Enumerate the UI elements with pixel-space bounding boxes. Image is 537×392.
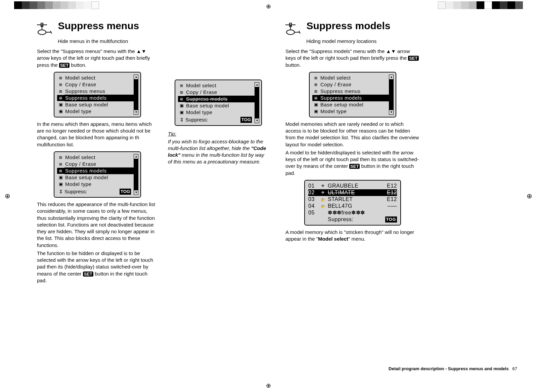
t: menu in the multi-function list by way o… (168, 152, 264, 164)
model-num: 02 (308, 189, 318, 196)
menu-item: Copy / Erase (185, 89, 259, 96)
plane-heli-icon (37, 22, 52, 38)
registration-mark-left: ⊕ (5, 192, 10, 200)
menu-item: Copy / Erase (320, 81, 393, 88)
model-name: GRAUBELE (328, 182, 382, 190)
menu-item: Copy / Erase (64, 161, 138, 167)
model-num: 05 (308, 209, 318, 216)
model-ext: E12 (382, 182, 397, 190)
t: Select the "Suppress models" menu with t… (285, 48, 386, 54)
t: arrow keys of the left or right touch pa… (37, 55, 150, 67)
scrollbar: ▴▾ (255, 82, 259, 123)
tip-body: If you wish to forgo access-blockage to … (168, 138, 269, 165)
p-right-4: A model memory which is "stricken throug… (285, 229, 420, 243)
model-ext: E12 (382, 189, 397, 196)
subtitle-left: Hide menus in the multifunction (58, 38, 269, 44)
menu-item-selected: Suppress models (64, 95, 138, 101)
set-badge: SET (408, 56, 418, 61)
page-number: 67 (512, 366, 517, 371)
t: Select the "Suppress menus" menu with th… (37, 48, 136, 54)
menu-item: Base setup model (320, 101, 393, 108)
suppress-label: Suppress: (64, 188, 120, 195)
menu-item: Base setup model (64, 101, 138, 108)
col-left-2: ≣Model select ≣Copy / Erase ≣Suppress mo… (168, 47, 269, 284)
menu-item: Model select (64, 75, 138, 81)
tog-badge: TOG (385, 216, 397, 223)
p-left-1: Select the "Suppress menus" menu with th… (37, 48, 158, 68)
page-footer: Detail program description - Suppress me… (389, 366, 517, 371)
registration-mark-right: ⊕ (527, 192, 532, 200)
model-name-struck: ULTIMATE (328, 189, 382, 196)
heli-icon: 🚁 (318, 203, 328, 209)
menu-item: Model type (185, 109, 259, 116)
color-bar-top-left (14, 1, 99, 9)
p-left-3: This reduces the appearance of the multi… (37, 201, 158, 249)
page-right: Suppress models Hiding model memory loca… (285, 20, 517, 373)
set-badge: SET (83, 272, 93, 277)
model-num: 04 (308, 202, 318, 210)
lcd-menu-4: ≣Model select ≣Copy / Erase ≣Suppress me… (309, 72, 396, 117)
p-left-4: The function to be hidden or displayed i… (37, 250, 158, 284)
menu-item: Model type (64, 181, 138, 188)
model-free: ✽✽✽free✽✽✽ (328, 209, 382, 216)
menu-item: Suppress menus (64, 88, 138, 95)
set-badge: SET (59, 63, 70, 68)
t: If you wish to forgo access-blockage to … (168, 139, 263, 151)
menu-item: Base setup model (185, 102, 259, 109)
col-left-1: Select the "Suppress menus" menu with th… (37, 47, 158, 284)
suppress-label: Suppress: (328, 216, 385, 223)
plane-heli-icon (285, 22, 301, 38)
model-name: BELL47G (328, 202, 382, 210)
suppress-label: Suppress: (185, 116, 240, 123)
color-bar-top-right (438, 1, 523, 9)
p-right-3: A model to be hidden/displayed is select… (285, 149, 420, 177)
scrollbar: ▴▾ (134, 154, 138, 195)
lcd-menu-3: ≣Model select ≣Copy / Erase ≣Suppress mo… (175, 80, 262, 126)
p-left-2: In the menu which then appears, menu ite… (37, 121, 158, 148)
menu-item: Model type (320, 108, 393, 115)
plane-icon: ✈ (318, 183, 328, 189)
menu-item: Model select (185, 82, 259, 89)
subtitle-right: Hiding model memory locations (306, 38, 517, 44)
tog-badge: TOG (240, 117, 252, 123)
section-header-left: Suppress menus Hide menus in the multifu… (37, 20, 269, 44)
lcd-menu-1: ≣Model select ≣Copy / Erase ≣Suppress me… (54, 72, 141, 117)
registration-mark-top: ⊕ (266, 3, 271, 10)
registration-mark-bottom: ⊕ (266, 382, 271, 389)
plane-icon: ✈ (318, 190, 328, 196)
heli-icon: 🚁 (318, 196, 328, 202)
t: button. (285, 62, 301, 68)
t: " menu. (348, 236, 365, 242)
menu-item: Model select (64, 154, 138, 161)
menu-item-selected: Suppress models (320, 95, 393, 101)
model-ext: E12 (382, 196, 397, 203)
set-badge: SET (349, 164, 360, 169)
menu-item: Suppress menus (320, 88, 393, 95)
menu-item-selected: Suppress models (64, 167, 138, 174)
title-right: Suppress models (306, 20, 390, 32)
lcd-menu-2: ≣Model select ≣Copy / Erase ≣Suppress mo… (54, 151, 141, 198)
menu-item-struck: Suppress models (185, 96, 259, 102)
arrows-icon: ▲▼ (136, 48, 146, 54)
t: Model select (318, 236, 348, 242)
menu-item: Copy / Erase (64, 81, 138, 88)
scrollbar: ▴▾ (389, 75, 394, 115)
col-right-1: Select the "Suppress models" menu with t… (285, 47, 420, 242)
footer-text: Detail program description - Suppress me… (389, 366, 509, 371)
lcd-model-list: 01✈GRAUBELEE12 02✈ULTIMATEE12 03🚁STARLET… (304, 180, 401, 226)
p-right-2: Model memories which are rarely needed o… (285, 121, 420, 148)
section-header-right: Suppress models Hiding model memory loca… (285, 20, 517, 44)
menu-item: Base setup model (64, 174, 138, 181)
menu-item: Model select (320, 75, 393, 81)
page-left: Suppress menus Hide menus in the multifu… (37, 20, 269, 373)
scrollbar: ▴▾ (134, 75, 138, 115)
model-num: 03 (308, 196, 318, 203)
model-ext: ––– (382, 202, 397, 210)
svg-point-9 (286, 30, 295, 35)
tog-badge: TOG (120, 189, 131, 195)
arrows-icon: ▲▼ (386, 48, 396, 54)
tip-heading: Tip: (168, 131, 269, 137)
p-right-1: Select the "Suppress models" menu with t… (285, 48, 420, 68)
title-left: Suppress menus (58, 20, 139, 32)
menu-item: Model type (64, 108, 138, 115)
